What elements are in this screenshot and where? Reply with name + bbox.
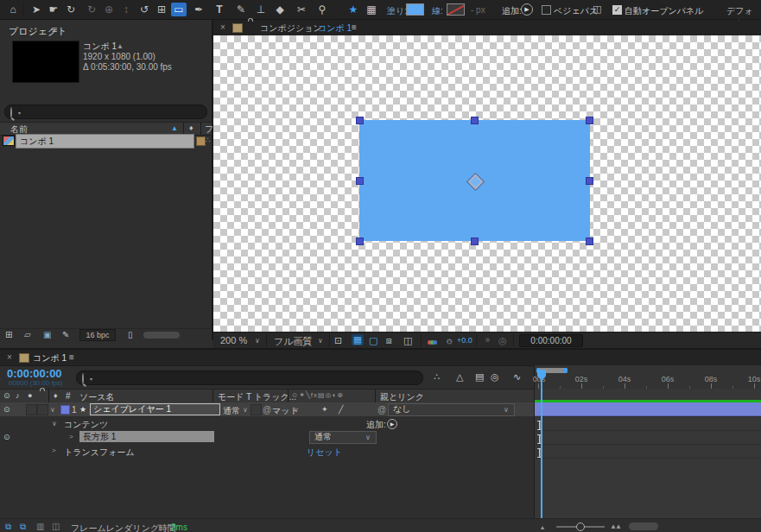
zoom-tool-icon[interactable]: ↻ (63, 3, 79, 16)
mask-visibility-icon[interactable]: ▢ (369, 335, 377, 346)
region-of-interest-icon[interactable]: ⧈ (386, 335, 392, 346)
clone-stamp-tool-icon[interactable]: ⊥ (253, 3, 269, 16)
parent-dropdown[interactable]: なし ∨ (388, 403, 515, 416)
selection-handle-top-left[interactable] (357, 117, 363, 124)
transparency-grid-icon[interactable]: ▦ (352, 334, 364, 345)
close-icon[interactable]: × (220, 22, 225, 32)
selection-handle-bottom-center[interactable] (472, 238, 478, 244)
bezier-path-checkbox[interactable] (542, 5, 551, 15)
transform-row[interactable]: > トランスフォーム リセット (0, 444, 534, 458)
source-name-header[interactable]: ソース名 (79, 391, 114, 403)
selection-handle-bottom-left[interactable] (357, 238, 363, 244)
chevron-down-icon[interactable]: ▲ (117, 42, 124, 50)
stroke-width-value[interactable]: - px (471, 5, 485, 15)
panel-menu-icon[interactable]: ≡ (52, 24, 57, 35)
chevron-down-icon[interactable]: ∨ (294, 406, 299, 414)
comp-name[interactable]: コンポ 1 (83, 41, 117, 53)
panel-menu-icon[interactable]: ≡ (352, 22, 357, 32)
comp-thumbnail[interactable] (12, 41, 79, 83)
parent-pick-whip-icon[interactable]: @ (377, 405, 386, 415)
layer-row[interactable]: ⊙ ∨ 1 ★ シェイプレイヤー 1 通常 ∨ @ マット ∨ ✦ ╱ @ なし… (0, 402, 534, 416)
viewer-tab-label[interactable]: コンポジション (260, 22, 322, 35)
time-navigator-end-handle[interactable] (564, 368, 568, 373)
playhead-line[interactable] (541, 370, 542, 518)
layer-name-edit-field[interactable]: シェイプレイヤー 1 (90, 403, 220, 415)
hand-tool-icon[interactable]: ☛ (46, 3, 61, 16)
current-timecode[interactable]: 0:00:00:00 (7, 367, 62, 380)
chevron-down-icon[interactable]: ∨ (243, 406, 248, 414)
mode-header[interactable]: モード (218, 391, 244, 403)
in-out-pane-toggle-icon[interactable]: ◫ (52, 522, 60, 531)
timeline-tracks[interactable]: 00s 02s 04s 06s 08s 10s (534, 365, 761, 518)
resolution-dropdown[interactable]: フル画質 (274, 335, 313, 348)
new-folder-icon[interactable]: ▱ (24, 330, 31, 339)
parent-link-header[interactable]: 親とリンク (380, 391, 424, 403)
timeline-search-input[interactable]: ▾ (76, 370, 423, 385)
motion-blur-icon[interactable]: ◎ (491, 371, 499, 383)
expand-chevron-icon[interactable]: > (52, 446, 56, 454)
matte-pick-whip-icon[interactable]: @ (263, 405, 271, 415)
show-snapshot-icon[interactable]: ◎ (498, 335, 507, 346)
panel-menu-icon[interactable]: ≡ (69, 352, 74, 362)
selection-tool-icon[interactable]: ➤ (29, 3, 44, 16)
color-settings-icon[interactable]: ✎ (62, 330, 69, 339)
label-color-swatch[interactable] (196, 136, 206, 146)
timeline-scrollbar[interactable] (629, 522, 658, 530)
zoom-in-icon[interactable]: ▲▲ (610, 522, 620, 530)
zoom-out-icon[interactable]: ▴ (541, 523, 544, 531)
exposure-icon[interactable]: ☼ (445, 335, 453, 345)
timeline-zoom-slider-handle[interactable] (576, 522, 585, 531)
blend-mode-dropdown[interactable]: 通常 (223, 405, 240, 417)
chevron-down-icon[interactable]: ∨ (255, 337, 260, 345)
frame-blending-icon[interactable]: ▤ (475, 371, 484, 383)
star-icon[interactable]: ★ (346, 3, 361, 16)
selection-handle-bottom-right[interactable] (587, 238, 593, 244)
selection-handle-top-center[interactable] (472, 117, 478, 124)
quality-switch[interactable]: ╱ (339, 405, 343, 414)
label-column-icon[interactable]: ♦ (189, 124, 193, 132)
3d-icon[interactable]: ⊕ (337, 391, 344, 399)
selection-handle-middle-right[interactable] (587, 178, 593, 184)
interpret-footage-icon[interactable]: ⊞ (5, 330, 12, 339)
pan-behind-tool-icon[interactable]: ⊞ (154, 3, 169, 16)
viewer-tab-comp-name[interactable]: コンポ 1 (318, 22, 352, 35)
roto-brush-tool-icon[interactable]: ✂ (294, 3, 309, 16)
comp-mini-flowchart-icon[interactable]: ∴ (434, 371, 440, 383)
dolly-camera-tool-icon[interactable]: ↕ (118, 3, 134, 16)
text-tool-icon[interactable]: T (212, 3, 227, 16)
project-panel-title[interactable]: プロジェクト (9, 25, 67, 38)
expand-chevron-icon[interactable]: ∨ (50, 406, 55, 414)
auto-open-checkbox[interactable]: ✓ (612, 5, 622, 15)
eraser-tool-icon[interactable]: ◆ (272, 3, 288, 16)
pen-tool-icon[interactable]: ✒ (191, 3, 206, 16)
stroke-color-swatch[interactable] (447, 3, 465, 16)
rectangle-name-selected[interactable]: 長方形 1 (79, 431, 214, 442)
preview-timecode[interactable]: 0:00:00:00 (519, 334, 583, 347)
add-property-icon[interactable]: ▶ (387, 419, 397, 429)
project-item-name[interactable]: コンポ 1 (20, 136, 54, 148)
composition-panel-toggle-icon[interactable]: ⧉ (5, 522, 11, 532)
fill-color-swatch[interactable] (406, 3, 424, 16)
reset-link[interactable]: リセット (307, 446, 342, 459)
horizontal-scrollbar[interactable] (143, 332, 180, 339)
orbit-camera-tool-icon[interactable]: ↻ (84, 3, 99, 16)
chevron-down-icon[interactable]: ∨ (318, 337, 323, 345)
layer-label-swatch[interactable] (60, 405, 70, 415)
close-icon[interactable]: × (7, 352, 12, 362)
fx-icon[interactable]: fx (311, 391, 318, 399)
switches-pane-toggle-icon[interactable]: ▥ (36, 522, 44, 531)
contents-row[interactable]: ∨ コンテンツ 追加: ▶ (0, 416, 534, 430)
rectangle-tool-icon[interactable]: ▭ (171, 3, 187, 16)
frame-blend-icon[interactable]: ▤ (318, 391, 326, 399)
graph-editor-icon[interactable]: ∿ (513, 371, 521, 383)
transform-label[interactable]: トランスフォーム (64, 446, 135, 459)
pan-camera-tool-icon[interactable]: ⊕ (101, 3, 117, 16)
viewer-canvas[interactable] (213, 35, 761, 332)
transfer-controls-toggle-icon[interactable]: ⧉ (20, 522, 26, 532)
rotation-tool-icon[interactable]: ↺ (136, 3, 152, 16)
brush-tool-icon[interactable]: ✎ (233, 3, 249, 16)
rectangle-row[interactable]: ⊙ > 長方形 1 通常 ∨ (0, 430, 534, 444)
collapse-transformations-switch[interactable]: ✦ (321, 405, 328, 414)
rectangle-blend-mode-dropdown[interactable]: 通常 ∨ (309, 431, 377, 444)
solo-toggle[interactable] (37, 404, 48, 415)
